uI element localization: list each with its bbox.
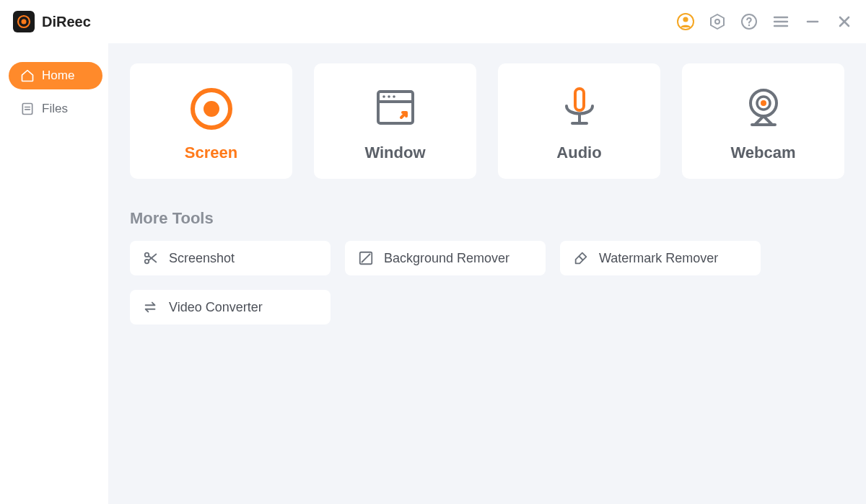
eraser-icon — [573, 250, 589, 266]
sidebar-item-label: Files — [42, 102, 68, 116]
tool-screenshot[interactable]: Screenshot — [130, 241, 331, 275]
svg-line-37 — [579, 256, 583, 260]
titlebar: DiReec — [0, 0, 866, 43]
svg-marker-4 — [711, 14, 724, 29]
svg-point-22 — [388, 95, 390, 98]
menu-button[interactable] — [771, 12, 791, 32]
app-name: DiReec — [42, 14, 91, 30]
help-button[interactable] — [739, 12, 759, 32]
mode-screen[interactable]: Screen — [130, 63, 292, 179]
more-tools-list: Screenshot Background Remover Watermark … — [130, 241, 844, 324]
svg-point-7 — [748, 25, 750, 26]
close-icon — [837, 14, 852, 29]
settings-hex-icon — [709, 13, 726, 30]
microphone-icon — [554, 83, 605, 135]
main-content: Screen Window — [108, 43, 866, 504]
svg-point-1 — [22, 19, 27, 25]
app-logo — [13, 11, 35, 32]
titlebar-actions — [675, 12, 854, 32]
svg-point-5 — [715, 19, 720, 24]
svg-point-18 — [204, 101, 219, 117]
sidebar-item-label: Home — [42, 68, 74, 83]
tool-label: Background Remover — [384, 251, 509, 266]
recording-modes: Screen Window — [130, 63, 844, 179]
mode-audio[interactable]: Audio — [498, 63, 660, 179]
background-remove-icon — [358, 250, 374, 266]
tool-label: Screenshot — [169, 251, 235, 266]
screen-record-icon — [185, 83, 237, 135]
files-icon — [20, 102, 35, 116]
minimize-icon — [805, 14, 820, 29]
mode-webcam[interactable]: Webcam — [682, 63, 844, 179]
record-circle-icon — [17, 14, 31, 29]
svg-line-36 — [362, 255, 370, 262]
tool-label: Watermark Remover — [599, 251, 718, 266]
more-tools-heading: More Tools — [130, 209, 844, 228]
close-button[interactable] — [834, 12, 854, 32]
scissors-icon — [143, 250, 159, 266]
sidebar-item-files[interactable]: Files — [9, 95, 102, 123]
account-button[interactable] — [675, 12, 696, 32]
convert-arrows-icon — [143, 299, 159, 315]
minimize-button[interactable] — [802, 12, 823, 32]
settings-button[interactable] — [707, 12, 727, 32]
tool-label: Video Converter — [169, 300, 263, 315]
mode-label: Audio — [556, 143, 601, 162]
svg-point-21 — [382, 95, 385, 98]
home-icon — [20, 68, 35, 83]
svg-point-29 — [761, 100, 766, 106]
mode-window[interactable]: Window — [314, 63, 476, 179]
tool-background-remover[interactable]: Background Remover — [345, 241, 546, 275]
mode-label: Screen — [185, 143, 237, 162]
user-circle-icon — [676, 12, 695, 31]
window-icon — [369, 83, 421, 135]
webcam-icon — [738, 83, 790, 135]
tool-video-converter[interactable]: Video Converter — [130, 290, 331, 324]
svg-rect-24 — [575, 89, 584, 110]
svg-point-23 — [393, 95, 395, 98]
sidebar: Home Files — [0, 43, 108, 504]
mode-label: Window — [364, 143, 425, 162]
svg-point-3 — [683, 17, 688, 22]
mode-label: Webcam — [730, 143, 795, 162]
menu-icon — [773, 14, 789, 30]
tool-watermark-remover[interactable]: Watermark Remover — [560, 241, 761, 275]
help-circle-icon — [740, 13, 758, 30]
sidebar-item-home[interactable]: Home — [9, 62, 102, 89]
